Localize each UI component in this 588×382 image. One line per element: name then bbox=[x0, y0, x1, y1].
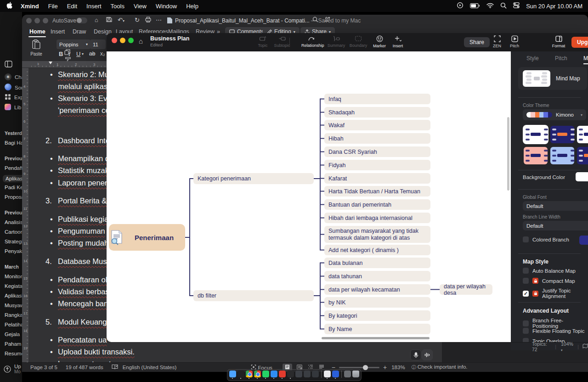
sidebar-nav-chatgpt-logo[interactable]: ✳Cha bbox=[5, 73, 22, 80]
apple-menu-icon[interactable] bbox=[0, 2, 16, 10]
subtopic[interactable]: Hibah bbox=[324, 133, 430, 144]
control-center-icon[interactable] bbox=[513, 2, 520, 10]
mindmap-canvas[interactable]: PenerimaanKategori penerimaandb filterIn… bbox=[107, 51, 511, 342]
save-icon[interactable] bbox=[106, 17, 112, 24]
subtopic[interactable]: Add net kategori ( dinamis ) bbox=[324, 245, 430, 255]
canvas-vertical-scrollbar[interactable] bbox=[507, 117, 509, 191]
sidebar-chat-item[interactable]: Bagi Has bbox=[5, 140, 22, 146]
dock-app-word[interactable] bbox=[332, 371, 339, 377]
canvas-horizontal-scrollbar[interactable] bbox=[322, 337, 430, 339]
subtopic[interactable]: data per wilayah kecamatan bbox=[324, 284, 430, 295]
colored-branch-row[interactable]: Colored Branch bbox=[523, 236, 569, 242]
branch-width-select[interactable]: Default bbox=[523, 221, 588, 230]
screen-record-icon[interactable] bbox=[457, 2, 464, 10]
share-doc-icon[interactable] bbox=[324, 17, 331, 24]
subtopic[interactable]: Kafarat bbox=[324, 173, 430, 184]
subtopic[interactable]: Sumbangan masyarakat yang tidak termasuk… bbox=[324, 226, 430, 243]
branch-topic-dbfilter[interactable]: db filter bbox=[193, 290, 314, 301]
zoom-button[interactable] bbox=[43, 18, 48, 23]
theme-thumbnail[interactable] bbox=[550, 126, 574, 143]
sidebar-chat-item[interactable]: Pendafta bbox=[5, 165, 22, 171]
subtopic[interactable]: Shadaqah bbox=[324, 107, 430, 118]
map-title[interactable]: Business Plan bbox=[150, 35, 189, 42]
subtopic[interactable]: data per wilayah desa bbox=[440, 284, 492, 295]
subtopic[interactable]: By kategori bbox=[324, 310, 430, 321]
sidebar-chat-item[interactable]: Strategi bbox=[5, 239, 22, 244]
advanced-layout-option[interactable]: Flexible Floating Topic bbox=[523, 328, 585, 334]
home-icon[interactable]: ⌂ bbox=[139, 37, 143, 45]
dock-app-whatsapp[interactable] bbox=[262, 371, 269, 377]
sidebar-chat-item[interactable]: Aplikasi bbox=[5, 293, 22, 298]
subtopic[interactable]: By Name bbox=[324, 324, 430, 334]
panel-tab-pitch[interactable]: Pitch bbox=[555, 55, 567, 62]
menu-item-insert[interactable]: Insert bbox=[82, 3, 106, 10]
subtopic[interactable]: Infaq bbox=[324, 94, 430, 104]
bold-button[interactable]: B bbox=[59, 51, 63, 57]
zoom-slider[interactable] bbox=[339, 367, 379, 368]
underline-button[interactable]: U bbox=[76, 51, 80, 57]
color-theme-select[interactable]: Kimono ▾ bbox=[523, 109, 586, 120]
subtopic[interactable]: Bantuan dari pemerintah bbox=[324, 199, 430, 210]
menu-item-help[interactable]: Help bbox=[181, 3, 203, 10]
structure-card[interactable]: Mind Map bbox=[518, 67, 587, 90]
redo-icon[interactable]: ↻ bbox=[135, 17, 140, 23]
autosave-toggle[interactable] bbox=[76, 17, 87, 23]
sidebar-nav-sora-icon[interactable]: Sor bbox=[5, 84, 22, 91]
sidebar-chat-item[interactable]: Analisis bbox=[5, 219, 22, 225]
pitch-button[interactable]: Pitch bbox=[504, 35, 525, 48]
panel-tab-style[interactable]: Style bbox=[526, 55, 539, 62]
sidebar-chat-item[interactable]: Rangkai bbox=[5, 312, 22, 318]
ribbon-tab-home[interactable]: Home bbox=[29, 28, 45, 35]
ribbon-tab-draw[interactable]: Draw bbox=[73, 28, 86, 35]
dock-app-minimized-doc[interactable] bbox=[344, 371, 351, 377]
sidebar-toggle-icon[interactable] bbox=[5, 61, 12, 68]
checkbox[interactable] bbox=[523, 328, 529, 334]
menu-item-xmind[interactable]: Xmind bbox=[16, 3, 44, 10]
sidebar-chat-item[interactable]: Proposa bbox=[5, 194, 22, 200]
colored-branch-checkbox[interactable] bbox=[523, 236, 529, 242]
subtopic[interactable]: Hibah dari lembaga internasional bbox=[324, 213, 430, 223]
dock-app-notes[interactable] bbox=[324, 371, 331, 377]
menu-item-edit[interactable]: Edit bbox=[62, 3, 82, 10]
checkbox[interactable]: ✓ bbox=[523, 291, 529, 297]
theme-thumbnail[interactable] bbox=[577, 147, 588, 164]
print-icon[interactable] bbox=[145, 17, 151, 24]
subtopic[interactable]: Dana CSR Syariah bbox=[324, 146, 430, 157]
sidebar-chat-item[interactable]: Penyakit bbox=[5, 248, 22, 254]
theme-thumbnail[interactable] bbox=[524, 147, 548, 164]
advanced-layout-option[interactable]: Branch Free-Positioning bbox=[523, 318, 588, 329]
close-button[interactable] bbox=[112, 38, 117, 43]
search-icon[interactable] bbox=[312, 17, 318, 24]
microphone-button[interactable] bbox=[410, 349, 421, 360]
checkbox[interactable] bbox=[523, 320, 529, 326]
canvas-zoom-level[interactable]: 104% ▾ bbox=[561, 341, 574, 352]
undo-icon[interactable]: ↶▾ bbox=[118, 17, 124, 23]
subscript-button[interactable]: x₂ bbox=[100, 51, 105, 57]
sidebar-chat-item[interactable]: Pelatiha bbox=[5, 322, 22, 327]
sidebar-chat-item[interactable]: Kegiatan bbox=[5, 283, 22, 289]
dock-app-photo-booth[interactable] bbox=[304, 371, 311, 377]
spotlight-icon[interactable] bbox=[500, 2, 507, 10]
dock-app-safari[interactable] bbox=[271, 371, 277, 377]
dock-app-chrome[interactable] bbox=[246, 371, 253, 377]
upgrade-button[interactable]: Upgrade bbox=[571, 37, 588, 48]
battery-icon[interactable] bbox=[470, 3, 480, 10]
dock-app-finder[interactable] bbox=[229, 371, 236, 377]
home-icon[interactable]: ⌂ bbox=[95, 17, 98, 23]
minimize-button[interactable] bbox=[34, 18, 40, 23]
underline-chevron-icon[interactable]: ▾ bbox=[82, 52, 84, 56]
subtopic[interactable]: Fidyah bbox=[324, 160, 430, 170]
menu-item-file[interactable]: File bbox=[44, 3, 62, 10]
theme-thumbnail[interactable] bbox=[577, 126, 588, 143]
close-button[interactable] bbox=[26, 18, 32, 23]
dock-app-trash[interactable] bbox=[352, 371, 359, 377]
subtopic[interactable]: Harta Tidak Bertuan / Harta Temuan bbox=[324, 186, 430, 197]
minimize-button[interactable] bbox=[120, 38, 125, 43]
wifi-icon[interactable] bbox=[486, 3, 494, 10]
zoom-button[interactable] bbox=[128, 38, 134, 43]
sidebar-chat-item[interactable]: Aplikasi bbox=[3, 175, 22, 182]
sidebar-chat-item[interactable]: Gejala bbox=[5, 331, 20, 337]
dock-app-chatgpt[interactable] bbox=[237, 371, 244, 377]
subtopic[interactable]: by NIK bbox=[324, 297, 430, 308]
dock-app-acrobat[interactable] bbox=[279, 371, 286, 377]
